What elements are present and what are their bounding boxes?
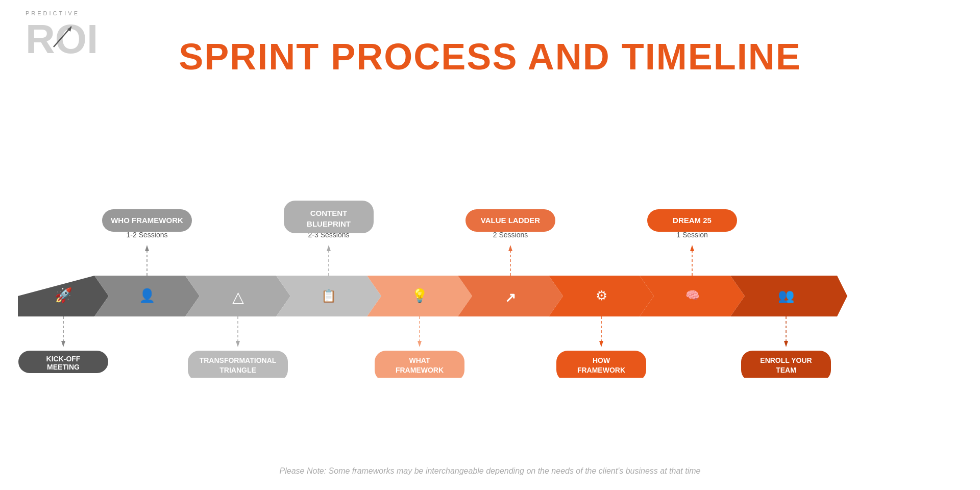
- svg-marker-27: [327, 245, 331, 251]
- svg-text:💡: 💡: [411, 287, 428, 304]
- svg-text:△: △: [232, 288, 244, 305]
- svg-text:🧠: 🧠: [685, 288, 700, 302]
- svg-text:TEAM: TEAM: [776, 366, 796, 374]
- svg-text:HOW: HOW: [593, 356, 610, 364]
- svg-text:WHO FRAMEWORK: WHO FRAMEWORK: [111, 216, 183, 225]
- svg-text:1-2 Sessions: 1-2 Sessions: [127, 231, 168, 239]
- svg-text:1 Session (3.5 hrs): 1 Session (3.5 hrs): [35, 377, 91, 378]
- svg-text:👤: 👤: [139, 287, 156, 304]
- svg-text:📋: 📋: [321, 288, 336, 303]
- svg-text:↗: ↗: [505, 290, 516, 305]
- svg-text:⚙: ⚙: [596, 288, 607, 303]
- svg-text:VALUE LADDER: VALUE LADDER: [481, 216, 541, 225]
- svg-text:TRANSFORMATIONAL: TRANSFORMATIONAL: [200, 356, 277, 364]
- svg-text:KICK-OFF: KICK-OFF: [46, 355, 81, 363]
- logo-roi: ROI: [26, 16, 107, 59]
- svg-text:CONTENT: CONTENT: [310, 209, 348, 217]
- svg-marker-49: [236, 341, 240, 347]
- svg-marker-61: [599, 341, 603, 347]
- logo-brand: PREDICTIVE: [26, 10, 107, 16]
- svg-text:ENROLL YOUR: ENROLL YOUR: [760, 356, 812, 364]
- logo: PREDICTIVE ROI: [26, 10, 107, 59]
- svg-marker-33: [508, 245, 512, 251]
- svg-text:DREAM 25: DREAM 25: [673, 216, 712, 225]
- svg-marker-55: [418, 341, 422, 347]
- main-title: SPRINT PROCESS AND TIMELINE: [0, 0, 980, 78]
- svg-text:TRIANGLE: TRIANGLE: [219, 366, 256, 374]
- svg-marker-67: [784, 341, 788, 347]
- svg-text:FRAMEWORK: FRAMEWORK: [577, 366, 625, 374]
- svg-text:WHAT: WHAT: [409, 356, 430, 364]
- svg-text:2 Sessions: 2 Sessions: [493, 231, 528, 239]
- svg-text:BLUEPRINT: BLUEPRINT: [307, 219, 351, 228]
- svg-marker-22: [145, 245, 149, 251]
- bottom-note: Please Note: Some frameworks may be inte…: [0, 467, 980, 476]
- svg-marker-43: [61, 341, 65, 347]
- svg-text:👥: 👥: [778, 287, 795, 304]
- svg-text:FRAMEWORK: FRAMEWORK: [396, 366, 444, 374]
- svg-text:MEETING: MEETING: [47, 363, 80, 371]
- svg-text:🚀: 🚀: [55, 287, 72, 304]
- timeline-diagram: 🚀 👤 △ 📋 💡 ↗ ⚙ 🧠 👥 1-2 Sessions WHO FRAME…: [0, 122, 980, 378]
- svg-marker-38: [690, 245, 694, 251]
- svg-text:1 Session: 1 Session: [676, 231, 707, 239]
